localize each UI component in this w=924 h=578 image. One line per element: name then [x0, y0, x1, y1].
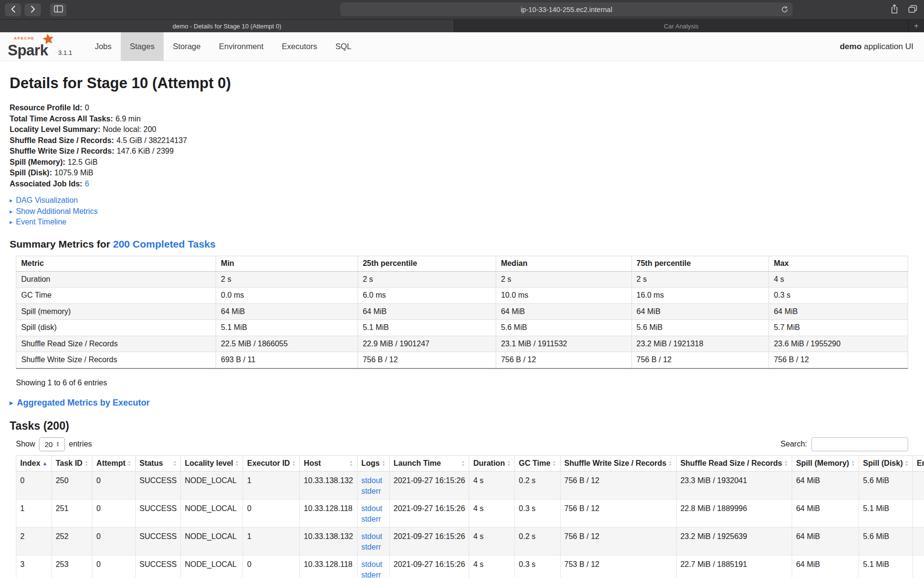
tasks-col-attempt[interactable]: Attempt▲▼ — [92, 455, 135, 471]
task-cell — [912, 471, 924, 499]
task-cell: 5.1 MiB — [859, 499, 913, 527]
sort-icons: ▲▼ — [128, 460, 131, 467]
tasks-col-errors[interactable]: Errors▲▼ — [912, 455, 924, 471]
task-row: 2 252 0 SUCCESS NODE_LOCAL 1 10.33.138.1… — [16, 527, 924, 555]
expand-arrow-icon: ▸ — [10, 399, 13, 407]
task-cell — [912, 499, 924, 527]
tasks-col-status[interactable]: Status▲▼ — [135, 455, 180, 471]
task-cell: 64 MiB — [792, 471, 859, 499]
nav-storage[interactable]: Storage — [164, 32, 210, 61]
page-size-select[interactable]: 20 ▲▼ — [39, 437, 65, 451]
stderr-link[interactable]: stderr — [361, 486, 385, 497]
sort-icons: ▲▼ — [235, 460, 239, 467]
stderr-link[interactable]: stderr — [361, 514, 385, 525]
stderr-link[interactable]: stderr — [361, 542, 385, 553]
event-timeline-toggle[interactable]: ▸ Event Timeline — [10, 217, 914, 228]
dag-visualization-toggle[interactable]: ▸ DAG Visualization — [10, 195, 914, 206]
task-cell: 1 — [243, 527, 300, 555]
task-cell: 0 — [16, 471, 52, 499]
summary-cell: 5.1 MiB — [216, 320, 358, 336]
tasks-col-shuffle-write[interactable]: Shuffle Write Size / Records▲▼ — [560, 455, 676, 471]
address-bar[interactable]: ip-10-33-140-255.ec2.internal — [340, 2, 793, 16]
task-cell: 10.33.128.118 — [300, 555, 357, 578]
logs-cell: stdout stderr — [357, 499, 389, 527]
summary-cell: 5.1 MiB — [358, 320, 496, 336]
task-cell: 252 — [51, 527, 92, 555]
sidebar-toggle-button[interactable] — [50, 3, 66, 16]
tasks-table: Index▲ Task ID▲▼ Attempt▲▼ Status▲▼ Loca… — [16, 455, 924, 578]
stdout-link[interactable]: stdout — [361, 475, 385, 486]
task-cell: 0 — [92, 499, 135, 527]
sort-icons: ▲▼ — [461, 460, 465, 467]
tasks-col-executor-id[interactable]: Executor ID▲▼ — [243, 455, 300, 471]
spark-logo[interactable]: APACHE Spark — [7, 34, 57, 60]
back-button[interactable] — [5, 3, 21, 16]
task-cell: 64 MiB — [792, 527, 859, 555]
share-button[interactable] — [890, 3, 898, 16]
stdout-link[interactable]: stdout — [361, 531, 385, 542]
stderr-link[interactable]: stderr — [361, 570, 385, 578]
task-cell: 2021-09-27 16:15:26 — [389, 471, 469, 499]
task-cell: 756 B / 12 — [560, 499, 676, 527]
share-icon — [890, 4, 898, 15]
tasks-col-host[interactable]: Host▲▼ — [300, 455, 357, 471]
stat-spill-memory: Spill (Memory):12.5 GiB — [10, 157, 914, 168]
nav-jobs[interactable]: Jobs — [86, 32, 121, 61]
expand-arrow-icon: ▸ — [10, 195, 13, 206]
nav-executors[interactable]: Executors — [273, 32, 326, 61]
sort-icons: ▲▼ — [851, 460, 855, 467]
summary-cell: 5.6 MiB — [631, 320, 769, 336]
task-cell: 0.2 s — [515, 527, 560, 555]
sort-icons: ▲▼ — [784, 460, 788, 467]
summary-metrics-heading: Summary Metrics for 200 Completed Tasks — [10, 238, 914, 250]
tasks-col-spill-disk[interactable]: Spill (Disk)▲▼ — [859, 455, 913, 471]
summary-cell: Shuffle Write Size / Records — [16, 352, 216, 368]
stdout-link[interactable]: stdout — [361, 559, 385, 570]
task-cell: 756 B / 12 — [560, 527, 676, 555]
refresh-icon[interactable] — [781, 6, 788, 13]
task-cell: SUCCESS — [135, 527, 180, 555]
summary-cell: 22.5 MiB / 1866055 — [216, 336, 358, 352]
stdout-link[interactable]: stdout — [361, 503, 385, 514]
new-tab-button[interactable]: + — [909, 20, 924, 32]
summary-cell: 23.2 MiB / 1921318 — [631, 336, 769, 352]
forward-button[interactable] — [25, 3, 41, 16]
task-row: 3 253 0 SUCCESS NODE_LOCAL 0 10.33.128.1… — [16, 555, 924, 578]
show-additional-metrics-toggle[interactable]: ▸ Show Additional Metrics — [10, 206, 914, 217]
show-label: Show — [16, 440, 35, 448]
summary-cell: Duration — [16, 271, 216, 288]
browser-tab-car-analysis[interactable]: Car Analysis — [454, 20, 909, 32]
stat-associated-job-ids: Associated Job Ids:6 — [10, 179, 914, 190]
tab-overview-button[interactable] — [908, 3, 917, 16]
page-content: Details for Stage 10 (Attempt 0) Resourc… — [0, 61, 924, 578]
aggregated-metrics-toggle[interactable]: ▸ Aggregated Metrics by Executor — [10, 398, 914, 408]
tasks-col-logs[interactable]: Logs▲▼ — [357, 455, 389, 471]
tasks-col-shuffle-read[interactable]: Shuffle Read Size / Records▲▼ — [676, 455, 792, 471]
job-id-link[interactable]: 6 — [85, 180, 89, 188]
search-label: Search: — [781, 440, 807, 448]
summary-cell: 64 MiB — [769, 303, 908, 320]
sort-icons: ▲▼ — [382, 460, 385, 467]
summary-cell: 23.6 MiB / 1955290 — [769, 336, 908, 352]
nav-environment[interactable]: Environment — [210, 32, 273, 61]
nav-stages[interactable]: Stages — [121, 32, 164, 61]
tasks-col-locality[interactable]: Locality level▲▼ — [181, 455, 243, 471]
browser-tab-spark[interactable]: demo - Details for Stage 10 (Attempt 0) — [0, 20, 454, 32]
task-cell: SUCCESS — [135, 471, 180, 499]
stat-shuffle-write: Shuffle Write Size / Records:147.6 KiB /… — [10, 146, 914, 157]
tasks-col-gc-time[interactable]: GC Time▲▼ — [515, 455, 560, 471]
task-cell: 5.6 MiB — [859, 471, 913, 499]
nav-sql[interactable]: SQL — [326, 32, 360, 61]
task-cell: 753 B / 12 — [560, 555, 676, 578]
tasks-col-task-id[interactable]: Task ID▲▼ — [51, 455, 92, 471]
summary-cell: 23.1 MiB / 1911532 — [496, 336, 631, 352]
tasks-col-spill-memory[interactable]: Spill (Memory)▲▼ — [792, 455, 859, 471]
task-cell: NODE_LOCAL — [181, 499, 243, 527]
summary-cell: 10.0 ms — [496, 288, 631, 304]
tasks-col-duration[interactable]: Duration▲▼ — [469, 455, 515, 471]
search-input[interactable] — [811, 437, 908, 451]
tasks-col-index[interactable]: Index▲ — [16, 455, 52, 471]
summary-cell: 2 s — [358, 271, 496, 288]
completed-tasks-link[interactable]: 200 Completed Tasks — [113, 238, 216, 250]
tasks-col-launch-time[interactable]: Launch Time▲▼ — [389, 455, 469, 471]
